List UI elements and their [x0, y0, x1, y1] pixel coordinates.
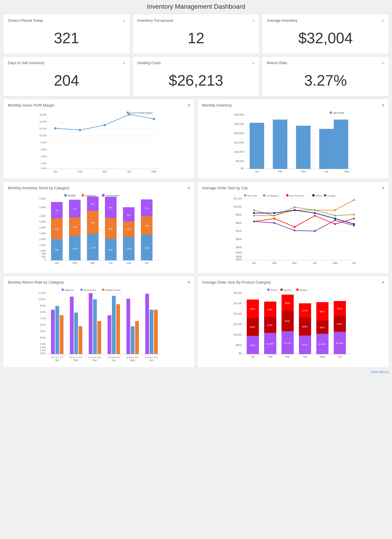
svg-rect-45: [273, 120, 287, 169]
return-rate-menu-icon[interactable]: ≡: [188, 280, 190, 284]
svg-text:$10,000.: $10,000.: [234, 150, 244, 153]
svg-text:10.0: 10.0: [126, 356, 130, 359]
kpi-inventory-turnaround-menu-icon[interactable]: ≡: [252, 18, 255, 23]
svg-point-125: [324, 194, 326, 197]
kpi-holding-costs-value: $26,213: [137, 66, 255, 92]
order-by-city-menu-icon[interactable]: ≡: [382, 186, 384, 190]
svg-text:1,200: 1,200: [39, 244, 46, 246]
svg-text:650: 650: [127, 228, 131, 231]
svg-text:4.0%: 4.0%: [40, 336, 46, 339]
svg-text:Jan: Jan: [55, 359, 59, 362]
monthly-inventory-menu-icon[interactable]: ≡: [382, 103, 384, 107]
kpi-days-to-sell-menu-icon[interactable]: ≡: [123, 61, 125, 65]
svg-text:Jun: Jun: [149, 359, 154, 362]
svg-text:Apr: Apr: [313, 262, 317, 264]
svg-text:6.0: 6.0: [97, 356, 101, 359]
svg-rect-219: [93, 299, 97, 354]
kpi-return-rate-menu-icon[interactable]: ≡: [382, 61, 384, 65]
svg-text:790: 790: [73, 226, 77, 228]
svg-text:6.0: 6.0: [135, 356, 139, 359]
svg-text:$1,000.: $1,000.: [234, 333, 242, 336]
svg-text:2,600: 2,600: [39, 197, 46, 200]
svg-text:May: May: [130, 359, 135, 362]
svg-text:$900.: $900.: [236, 213, 242, 216]
svg-point-168: [253, 221, 255, 222]
svg-text:8.7: 8.7: [55, 356, 59, 359]
svg-rect-46: [296, 126, 311, 169]
svg-text:$1,000.: $1,000.: [319, 343, 326, 345]
svg-point-160: [334, 223, 336, 225]
svg-point-158: [294, 226, 295, 228]
svg-text:$900.: $900.: [320, 310, 325, 313]
svg-text:May: May: [320, 355, 325, 358]
charts-row-2: Monthly Inventory Stock by Category ≡ Mo…: [3, 181, 389, 273]
svg-point-149: [353, 199, 355, 201]
svg-text:890: 890: [109, 228, 113, 230]
svg-text:Jun: Jun: [145, 262, 149, 264]
svg-text:Mar: Mar: [90, 262, 95, 264]
svg-point-162: [253, 212, 255, 214]
svg-rect-213: [74, 313, 78, 354]
svg-rect-44: [250, 123, 264, 169]
svg-point-172: [334, 219, 336, 221]
stock-by-category-chart-card: Monthly Inventory Stock by Category ≡ Mo…: [3, 181, 195, 273]
svg-text:$2,500.: $2,500.: [234, 302, 242, 305]
svg-rect-236: [145, 294, 149, 354]
kpi-orders-menu-icon[interactable]: ≡: [123, 18, 125, 23]
svg-text:Gross Profit Margin: Gross Profit Margin: [130, 111, 153, 114]
svg-text:3.0%: 3.0%: [40, 342, 46, 345]
kpi-average-inventory-value: $32,004: [267, 24, 384, 50]
stock-by-category-menu-icon[interactable]: ≡: [188, 186, 190, 190]
svg-text:1,040: 1,040: [72, 247, 78, 250]
svg-point-170: [294, 230, 295, 231]
svg-text:$1,120.: $1,120.: [284, 342, 292, 344]
svg-text:New York: New York: [247, 194, 257, 197]
svg-point-182: [80, 289, 83, 291]
svg-text:0.0%: 0.0%: [40, 352, 46, 355]
svg-text:0: 0: [44, 258, 46, 261]
kpi-average-inventory: Average Inventory ≡ $32,004: [262, 14, 389, 54]
svg-rect-218: [89, 293, 92, 354]
kpi-days-to-sell: Days to Sell Inventory ≡ 204: [3, 56, 130, 96]
svg-text:$500.: $500.: [236, 344, 242, 347]
svg-text:8.0: 8.0: [154, 356, 157, 359]
svg-text:Jan: Jan: [252, 262, 256, 264]
svg-text:May: May: [126, 262, 131, 264]
svg-text:5.0: 5.0: [131, 356, 134, 359]
svg-text:Jan: Jan: [251, 355, 255, 358]
svg-text:720: 720: [145, 207, 149, 210]
svg-point-155: [353, 214, 355, 215]
monthly-inventory-chart-title: Monthly Inventory: [202, 103, 232, 107]
svg-text:9.0: 9.0: [116, 356, 120, 359]
svg-text:8.0%: 8.0%: [41, 141, 47, 144]
kpi-holding-costs-menu-icon[interactable]: ≡: [252, 61, 255, 65]
svg-text:Mar: Mar: [292, 262, 297, 264]
svg-point-150: [253, 209, 255, 211]
svg-point-28: [127, 111, 129, 114]
svg-text:Apparels: Apparels: [65, 289, 74, 291]
kpi-average-inventory-label: Average Inventory: [267, 18, 297, 23]
gross-profit-menu-icon[interactable]: ≡: [188, 103, 190, 107]
svg-text:$1,040.: $1,040.: [266, 342, 274, 345]
footer-link[interactable]: www.ubiq.co: [3, 370, 389, 374]
svg-text:7.0: 7.0: [60, 356, 63, 359]
svg-text:9.9: 9.9: [93, 356, 97, 359]
order-by-city-chart-title: Average Order Size by City: [202, 186, 248, 190]
svg-text:Los Angeles: Los Angeles: [266, 194, 279, 197]
kpi-average-inventory-menu-icon[interactable]: ≡: [382, 18, 384, 23]
svg-point-56: [64, 194, 67, 197]
svg-text:Mar: Mar: [92, 359, 97, 362]
svg-point-250: [280, 289, 283, 291]
order-by-city-chart-area: New York Los Angeles San Francisco Miami…: [202, 192, 384, 269]
svg-text:1.0%: 1.0%: [40, 349, 46, 352]
svg-text:$990.: $990.: [285, 320, 291, 322]
svg-text:Apr: Apr: [127, 170, 131, 173]
svg-text:$15,000.: $15,000.: [234, 141, 244, 144]
charts-row-1: Monthly Gross Profit Margin ≡ 16.0% 14.0…: [3, 99, 389, 179]
svg-point-119: [263, 194, 265, 197]
svg-text:$900.: $900.: [250, 308, 256, 310]
kpi-return-rate: Return Rate ≡ 3.27%: [262, 56, 389, 96]
svg-point-60: [102, 194, 105, 197]
order-by-product-menu-icon[interactable]: ≡: [382, 280, 384, 284]
svg-point-165: [314, 212, 316, 214]
